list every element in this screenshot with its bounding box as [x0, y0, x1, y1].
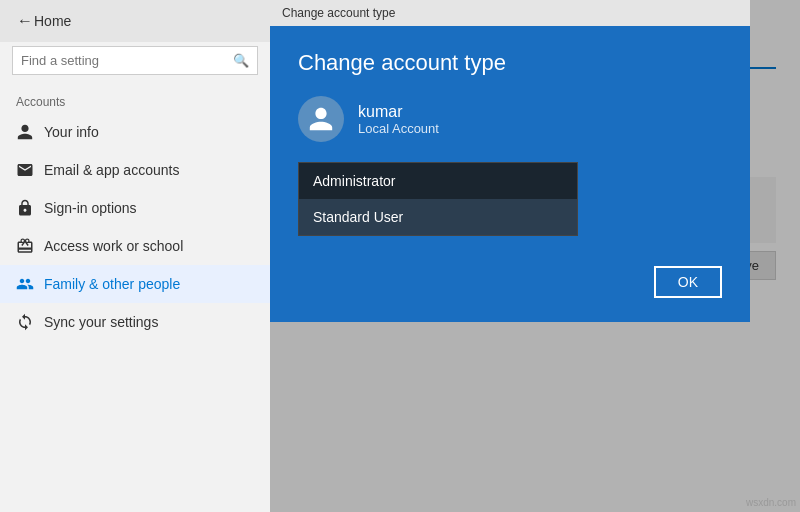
dialog-user-account-type: Local Account [358, 121, 439, 136]
your-info-label: Your info [44, 124, 99, 140]
signin-label: Sign-in options [44, 200, 137, 216]
watermark: wsxdn.com [746, 497, 796, 508]
sidebar-home-label: Home [34, 13, 71, 29]
signin-icon [16, 199, 34, 217]
dialog-avatar [298, 96, 344, 142]
email-label: Email & app accounts [44, 162, 179, 178]
sidebar-item-family[interactable]: Family & other people [0, 265, 270, 303]
home-icon: ← [16, 12, 34, 30]
search-box[interactable]: 🔍 [12, 46, 258, 75]
search-input[interactable] [21, 53, 233, 68]
sidebar: ← Home 🔍 Accounts Your info Email & app … [0, 0, 270, 512]
dialog-body: Change account type kumar Local Account … [270, 26, 750, 322]
dialog-titlebar: Change account type [270, 0, 750, 26]
family-icon [16, 275, 34, 293]
family-label: Family & other people [44, 276, 180, 292]
account-type-dropdown[interactable]: Administrator Standard User [298, 162, 578, 236]
sidebar-item-your-info[interactable]: Your info [0, 113, 270, 151]
modal-overlay: Change account type Change account type … [270, 0, 800, 512]
sidebar-item-work-school[interactable]: Access work or school [0, 227, 270, 265]
accounts-section-title: Accounts [0, 87, 270, 113]
sync-icon [16, 313, 34, 331]
dialog-heading: Change account type [298, 50, 722, 76]
dialog-user-info: kumar Local Account [358, 103, 439, 136]
search-icon: 🔍 [233, 53, 249, 68]
main-content: Family & other people Your family + kuma… [270, 0, 800, 512]
dialog-user-row: kumar Local Account [298, 96, 722, 142]
sync-label: Sync your settings [44, 314, 158, 330]
dialog-title: Change account type [282, 6, 395, 20]
dialog-user-name: kumar [358, 103, 439, 121]
sidebar-item-email[interactable]: Email & app accounts [0, 151, 270, 189]
dropdown-option-administrator[interactable]: Administrator [299, 163, 577, 199]
email-icon [16, 161, 34, 179]
dropdown-option-standard[interactable]: Standard User [299, 199, 577, 235]
dialog-ok-row: OK [298, 266, 722, 298]
dialog-ok-button[interactable]: OK [654, 266, 722, 298]
sidebar-item-signin[interactable]: Sign-in options [0, 189, 270, 227]
work-label: Access work or school [44, 238, 183, 254]
sidebar-item-sync[interactable]: Sync your settings [0, 303, 270, 341]
sidebar-home-button[interactable]: ← Home [0, 0, 270, 42]
change-account-type-dialog: Change account type Change account type … [270, 0, 750, 322]
your-info-icon [16, 123, 34, 141]
work-icon [16, 237, 34, 255]
